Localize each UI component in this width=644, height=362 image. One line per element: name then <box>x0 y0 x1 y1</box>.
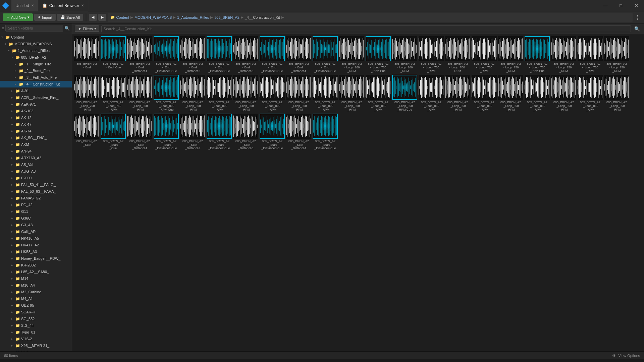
tree-item-l85-a2--sa80-[interactable]: ▸📁L85_A2__SA80_ <box>0 268 72 275</box>
asset-item[interactable]: 805_BREN_A2 -_Loop_750 _RPM <box>577 36 603 74</box>
tab-untitled-close[interactable]: ✕ <box>31 4 34 7</box>
tree-item-sg-552[interactable]: ▸📁SG_552 <box>0 315 72 322</box>
tree-item-scar-h[interactable]: ▸📁SCAR-H <box>0 309 72 315</box>
expand-icon[interactable]: ⟩ <box>634 14 641 20</box>
asset-item[interactable]: 805_BREN_A2 -_Loop_850 _RPM <box>551 74 577 112</box>
asset-item[interactable]: 805_BREN_A2 -_Loop_700 _RPM <box>339 36 365 74</box>
tree-item-galil-ar[interactable]: ▸📁Galil_AR <box>0 228 72 235</box>
asset-item[interactable]: 805_BREN_A2 -_Loop_850 _RPM <box>471 74 497 112</box>
asset-item[interactable]: 805_BREN_A2 -_Loop_750 _RPM Cue <box>524 36 550 74</box>
asset-item[interactable]: 805_BREN_A2 -_Loop_800 _RPM <box>312 74 338 112</box>
asset-item[interactable]: 805_BREN_A2 -_End _Distance4 Cue <box>312 36 338 74</box>
close-button[interactable]: ✕ <box>629 0 644 11</box>
asset-item[interactable]: 805_BREN_A2 -_End _Distance2 <box>180 36 206 74</box>
tree-item-m16-a4[interactable]: ▸📁M16_A4 <box>0 282 72 289</box>
tab-content-browser-close[interactable]: ✕ <box>81 4 84 7</box>
breadcrumb-modern-weapons[interactable]: MODERN_WEAPONS <box>135 15 172 19</box>
tree-item-f2000[interactable]: ▸📁F2000 <box>0 175 72 181</box>
content-search-icon[interactable]: 🔍 <box>633 26 641 32</box>
tree-item-ak-74[interactable]: ▸📁AK-74 <box>0 128 72 134</box>
asset-item[interactable]: 805_BREN_A2 -_Loop_800 _RPM <box>127 74 153 112</box>
tree-item-ak-12[interactable]: ▸📁AK-12 <box>0 114 72 121</box>
tree-item-modern-weapons[interactable]: ▾📂MODERN_WEAPONS <box>0 41 72 47</box>
breadcrumb-805-bren[interactable]: 805_BREN_A2 <box>214 15 239 19</box>
asset-item[interactable]: 805_BREN_A2 -_End _Distance4 <box>286 36 312 74</box>
tree-item-g11[interactable]: ▸📁G11 <box>0 208 72 215</box>
tree-item-hk53-a3[interactable]: ▸📁HK53_A3 <box>0 248 72 255</box>
save-all-button[interactable]: 💾 Save All <box>57 14 83 21</box>
tree-item-kh-2002[interactable]: ▸📁KH-2002 <box>0 262 72 268</box>
asset-item[interactable]: 805_BREN_A2 -_Start _Distance1 Cue <box>153 113 179 151</box>
tree-item-fal-50-41--falo-[interactable]: ▸📁FAL_50_41__FALO_ <box>0 181 72 188</box>
asset-item[interactable]: 805_BREN_A2 -_End <box>74 36 100 74</box>
tree-item-fg-42[interactable]: ▸📁FG_42 <box>0 201 72 208</box>
asset-item[interactable]: 805_BREN_A2 -_Loop_700 _RPM Cue <box>365 36 391 74</box>
tree-item-akm[interactable]: ▸📁AKM <box>0 141 72 148</box>
tree-item-an-94[interactable]: ▸📁AN-94 <box>0 148 72 155</box>
tree-item-xm8[interactable]: ▸📁XM8 <box>0 349 72 351</box>
asset-item[interactable]: 805_BREN_A2 -_End _Distance2 Cue <box>206 36 232 74</box>
maximize-button[interactable]: □ <box>613 0 629 11</box>
sidebar-search-icon[interactable]: 🔍 <box>64 26 70 31</box>
tree-item-arx160-a3[interactable]: ▸📁ARX160_A3 <box>0 155 72 161</box>
sidebar-filter-icon[interactable]: ≡ <box>2 26 4 30</box>
tree-item--4--construction-kit[interactable]: ▸📁_4__Construction_Kit <box>0 81 72 87</box>
asset-item[interactable]: 805_BREN_A2 -_Loop_800 _RPM <box>286 74 312 112</box>
tree-item--1--single-fire[interactable]: ▸📁_1__Single_Fire <box>0 61 72 67</box>
tree-item-acr--selective-fire-[interactable]: ▸📁ACR__Selective_Fire_ <box>0 94 72 101</box>
asset-item[interactable]: 805_BREN_A2 -_Start _Cue <box>100 113 126 151</box>
asset-item[interactable]: 805_BREN_A2 -_Loop_850 _RPM <box>577 74 603 112</box>
asset-item[interactable]: 805_BREN_A2 -_Loop_700 _RPM <box>392 36 418 74</box>
tree-item-805-bren-a2[interactable]: ▾📂805_BREN_A2 <box>0 54 72 61</box>
tree-item-m4-a1[interactable]: ▸📁M4_A1 <box>0 295 72 302</box>
asset-item[interactable]: 805_BREN_A2 -_Loop_750 _RPM <box>551 36 577 74</box>
tree-item-qbz-95[interactable]: ▸📁QBZ-95 <box>0 302 72 309</box>
asset-item[interactable]: 805_BREN_A2 -_Start _Distance3 <box>233 113 259 151</box>
sidebar-search-input[interactable] <box>5 25 63 32</box>
tree-item-aek-971[interactable]: ▸📁AEK-971 <box>0 101 72 108</box>
tree-item-content[interactable]: ▾📂Content <box>0 34 72 41</box>
tree-item-ak-47[interactable]: ▸📁AK-47 <box>0 121 72 128</box>
tree-item-honey-badger--pdw-[interactable]: ▸📁Honey_Badger__PDW_ <box>0 255 72 262</box>
tab-content-browser[interactable]: 📋 Content Browser ✕ <box>38 0 88 11</box>
back-button[interactable]: ◀ <box>89 14 97 21</box>
tree-item-vhs-2[interactable]: ▸📁VHS-2 <box>0 336 72 342</box>
asset-item[interactable]: 805_BREN_A2 -_Loop_850 _RPM <box>365 74 391 112</box>
import-button[interactable]: ⬇ Import <box>34 14 56 21</box>
asset-item[interactable]: 805_BREN_A2 -_End _Distance3 <box>233 36 259 74</box>
tab-untitled[interactable]: Untitled ✕ <box>11 0 38 11</box>
tree-item-hk417-a2[interactable]: ▸📁HK417_A2 <box>0 242 72 248</box>
asset-item[interactable]: 805_BREN_A2 -_Loop_850 _RPM <box>418 74 444 112</box>
asset-item[interactable]: 805_BREN_A2 -_Loop_750 _RPM <box>100 74 126 112</box>
asset-item[interactable]: 805_BREN_A2 -_Loop_800 _RPM <box>233 74 259 112</box>
asset-item[interactable]: 805_BREN_A2 -_Loop_750 _RPM <box>74 74 100 112</box>
view-options-button[interactable]: 👁 View Options <box>612 354 640 358</box>
asset-item[interactable]: 805_BREN_A2 -_Loop_750 _RPM <box>498 36 524 74</box>
asset-item[interactable]: 805_BREN_A2 -_Loop_800 _RPM <box>339 74 365 112</box>
asset-item[interactable]: 805_BREN_A2 -_End _Distance1 <box>127 36 153 74</box>
tree-item-g36c[interactable]: ▸📁G36C <box>0 215 72 222</box>
asset-item[interactable]: 805_BREN_A2 -_Loop_850 _RPM Cue <box>392 74 418 112</box>
asset-item[interactable]: 805_BREN_A2 -_Loop_800 _RPM <box>206 74 232 112</box>
tree-item-famas-g2[interactable]: ▸📁FAMAS_G2 <box>0 195 72 201</box>
asset-item[interactable]: 805_BREN_A2 -_Loop_850 _RPM <box>445 74 471 112</box>
asset-item[interactable]: 805_BREN_A2 -_Start _Distance2 <box>180 113 206 151</box>
tree-item-as-val[interactable]: ▸📁AS_Val <box>0 161 72 168</box>
asset-item[interactable]: 805_BREN_A2 -_Start _Distance3 Cue <box>259 113 285 151</box>
tree-item-fal-50-63--para-[interactable]: ▸📁FAL_50_63__PARA_ <box>0 188 72 195</box>
asset-item[interactable]: 805_BREN_A2 -_Start <box>74 113 100 151</box>
tree-item-g3-a3[interactable]: ▸📁G3_A3 <box>0 222 72 228</box>
minimize-button[interactable]: — <box>598 0 613 11</box>
content-search-input[interactable] <box>101 25 631 32</box>
asset-item[interactable]: 805_BREN_A2 -_Loop_800 _RPM <box>259 74 285 112</box>
tree-item-m14[interactable]: ▸📁M14 <box>0 275 72 282</box>
breadcrumb-content[interactable]: Content <box>116 15 129 19</box>
tree-item-a-91[interactable]: ▸📁A-91 <box>0 87 72 94</box>
tree-item-1-automatic-rifles[interactable]: ▾📂1_Automatic_Rifles <box>0 47 72 54</box>
add-new-button[interactable]: ＋ Add New ▾ <box>3 13 33 21</box>
tree-item-ak-103[interactable]: ▸📁AK-103 <box>0 108 72 114</box>
asset-item[interactable]: 805_BREN_A2 -_End_Cue <box>100 36 126 74</box>
tree-item--2--burst-fire[interactable]: ▸📁_2__Burst_Fire <box>0 67 72 74</box>
asset-item[interactable]: 805_BREN_A2 -_End _Distance3 Cue <box>259 36 285 74</box>
asset-item[interactable]: 805_BREN_A2 -_Loop_700 _RPM <box>418 36 444 74</box>
